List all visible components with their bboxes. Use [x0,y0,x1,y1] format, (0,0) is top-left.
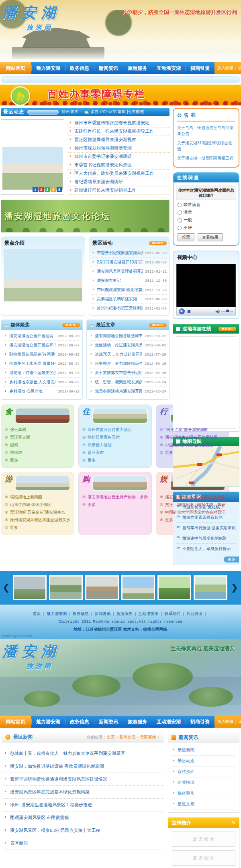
nav-item[interactable]: 旅游服务 [123,716,152,728]
news-item[interactable]: 市委曹书记视察潘安湖风景区 [68,161,170,170]
slideshow-pager-button[interactable]: 4 [51,187,56,192]
view-results-button[interactable]: 查看结果 [198,233,223,241]
slideshow-pager-button[interactable]: 2 [39,187,44,192]
news-menu-item[interactable]: 宣传推介 [172,767,235,777]
article-item[interactable]: 关于贯彻落实市委曹书记讲话精神2012-05-20 [90,368,166,378]
play-icon[interactable]: ▶ [179,308,185,314]
survey-option[interactable]: 不好 [178,225,235,231]
footer-link[interactable]: 新闻资讯 [94,611,116,617]
media-item[interactable]: 乡村湿地添颜色 人文潘安惠风流2012-09-22 [4,378,80,387]
travel-tip-item[interactable]: 自驾车出行旅游 必备实用常识 [176,523,236,533]
volume-slider[interactable] [221,311,233,312]
travel-tip-item[interactable]: 不要陌生人，单身旅行提示 [176,544,236,554]
article-item[interactable]: 党员冬训活动为潘安湖开园运营再2012-02-24 [90,387,166,396]
activity-item[interactable]: 2月1日潘安湖召开10月1日开园活2012-02-02 [92,258,167,267]
footer-link[interactable]: 政务信息 [73,611,95,617]
survey-option[interactable]: 非常满意 [178,202,235,208]
announcement-item[interactable]: 关于潘安湖一期景区隔离栅工程 [177,154,235,163]
speaker-icon[interactable]: ◀) [215,309,220,314]
footer-link[interactable]: 互动潘安湖 [139,611,165,617]
footer-link[interactable]: 首页 [33,611,47,617]
activity-item[interactable]: 苏州市纪委书记王天琦到潘安湖视2011-01-06 [92,304,167,313]
slideshow-pager-button[interactable]: 5 [57,187,62,192]
nav-item[interactable]: 招商引资 [186,716,214,728]
gallery-photo[interactable] [49,575,83,600]
activity-more-button[interactable]: MORE [149,241,167,245]
nav-item[interactable]: 政务信息 [65,716,94,728]
news-menu-item[interactable]: 景区新闻 [172,745,235,756]
category-item[interactable]: 甜粥 [5,441,70,449]
breadcrumb-link[interactable]: 新闻资讯 [119,735,140,739]
nav-item[interactable]: 魅力潘安湖 [31,62,65,74]
news-item[interactable]: 景区新闻 [3,837,163,850]
gallery-next-icon[interactable]: ❯ [230,583,239,592]
nav-item[interactable]: 互动潘安湖 [152,62,186,74]
survey-radio[interactable] [178,226,182,230]
survey-option[interactable]: 一般 [178,217,235,223]
media-more-button[interactable]: MORE [62,323,80,327]
category-item[interactable]: 张三羊肉 [5,426,70,433]
nav-item[interactable]: 新闻资讯 [94,62,123,74]
slideshow-pager-button[interactable]: 1 [33,187,38,192]
news-item[interactable]: 潘安湖：加快推进基础设施 再掀景观绿化新高潮 [3,760,163,773]
category-item[interactable]: 山水生态城 休闲度假区 [5,501,70,508]
travel-tip-item[interactable]: 旅游六要素四忌及其他 [176,512,236,523]
nav-item[interactable]: 旅游服务 [123,62,152,74]
set-home-link[interactable]: 设为首页 [239,719,241,724]
gallery-photo[interactable] [194,575,227,600]
stop-icon[interactable] [188,310,190,313]
seven-day-forecast-link[interactable]: [七天预报] [127,109,144,115]
media-item[interactable]: 到徐州后花园品鉴“诗画潘安”2012-09-25 [4,350,80,359]
category-thumbnail[interactable] [92,475,148,491]
breadcrumb-link[interactable]: 主页 [107,735,119,739]
category-item[interactable]: 更多 [160,449,225,456]
activity-item[interactable]: 市委曹书记视察潘安湖风景区2012-05-20 [92,249,167,258]
add-favorite-link[interactable]: 加入收藏 [217,65,233,71]
activity-item[interactable]: 潘安湖风景区管理处召开2011年度2012-01-21 [92,267,167,276]
article-item[interactable]: 只争朝夕，全力加快精品生态景区2012-06-10 [90,359,166,368]
tips-more-button[interactable]: 更多 [224,556,239,562]
nav-item[interactable]: 招商引资 [186,62,214,74]
news-menu-item[interactable]: 最近文章 [172,799,235,810]
nav-item[interactable]: 魅力潘安湖 [31,716,65,728]
nav-item[interactable]: 互动潘安湖 [152,716,186,728]
category-item[interactable]: 徐州潘安湖风景区将建全国最美乡 [5,516,70,524]
category-item[interactable]: 更多 [5,524,70,531]
activity-item[interactable]: 市民围观潘安湖 感觉很震撼2011-11-23 [92,285,167,295]
news-item[interactable]: 彭城新十景，徐州有佳人，魅力形象大使选手到潘安湖景区 [3,747,163,760]
news-menu-item[interactable]: 企业快讯 [172,777,235,788]
footer-link[interactable]: 魅力潘安湖 [47,611,73,617]
travel-tip-item[interactable]: 出游如何少花“冤枉钱”? [176,502,236,512]
news-item[interactable]: 徐州市规划局领导调研潘安湖 [68,144,170,153]
category-item[interactable]: 潘安湖湿地公园土特产购物一条街 [82,493,148,501]
category-thumbnail[interactable] [15,475,70,491]
volume-knob[interactable] [226,310,229,312]
category-item[interactable]: 贾汪宾馆 [82,449,148,456]
news-menu-item[interactable]: 媒体聚焦 [172,788,235,799]
baixing-banner[interactable]: 办 百姓办事零障碍专栏 [0,85,241,105]
category-item[interactable]: 徐州市贾汪区传世大酒店 [82,426,148,433]
nav-item[interactable]: 新闻资讯 [94,716,123,728]
articles-more-button[interactable]: MORE [149,323,167,327]
article-item[interactable]: 统一思想，凝聚区域发展的合力2012-03-24 [90,378,166,387]
category-item[interactable]: “民主之花”盛开潘安湖畔 [160,426,225,433]
gallery-photo[interactable] [121,575,155,600]
media-item[interactable]: 潘安湖：打造中国最美的乡村湿地2012-09-23 [4,368,80,378]
news-item[interactable]: 潘安湖风景区年底完成基本绿化景观构架 [3,786,163,799]
announcement-item[interactable]: 关于鸟岛、快速通道至鸟岛沿湖景公告 [177,123,235,138]
pencil-icon[interactable]: ✎ [232,820,235,826]
guide-more-button[interactable]: MORE [219,327,236,331]
slideshow-pager-button[interactable]: 3 [45,187,50,192]
vote-button[interactable]: 投票 [178,233,194,241]
news-item[interactable]: 区人大代表、政协委员来潘安湖视察工作 [68,170,170,178]
category-item[interactable]: 潘安湿地生态观光开发规划图 [160,433,225,441]
news-item[interactable]: 建设银行行长来潘安湖指导工作 [68,186,170,195]
scenic-intro-image[interactable] [4,249,82,301]
article-item[interactable]: 决战70天，全力以赴保开园2012-07-20 [90,350,166,359]
news-item[interactable]: 潘安湖风景区：投资5.2亿元重点实施十大工程 [3,824,163,837]
announcement-item[interactable]: 关于潘安湖310国道环境综合改造 [177,138,235,154]
add-favorite-link[interactable]: 加入收藏 [217,719,233,724]
survey-radio[interactable] [178,203,182,207]
set-home-link[interactable]: 设为首页 [239,65,241,71]
nav-item[interactable]: 网站首页 [0,716,31,728]
